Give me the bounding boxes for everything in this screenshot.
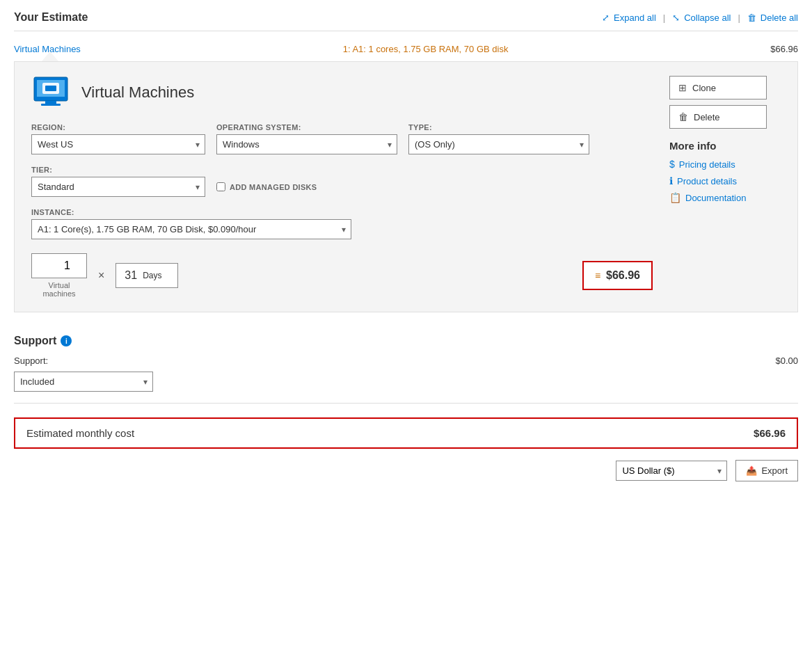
- form-row-1: REGION: West US East US OPERATING SYSTEM…: [31, 123, 653, 154]
- pricing-details-label: Pricing details: [679, 159, 735, 170]
- page-header: Your Estimate ⤢ Expand all | ⤡ Collapse …: [14, 11, 798, 31]
- support-row: Support: Included Developer Standard $0.…: [14, 356, 798, 392]
- delete-icon: 🗑: [747, 13, 756, 23]
- product-details-link[interactable]: ℹ Product details: [669, 175, 781, 186]
- form-group-os: OPERATING SYSTEM: Windows Linux: [216, 123, 397, 154]
- dollar-icon: $: [669, 159, 675, 170]
- vm-summary-price: $66.96: [770, 44, 798, 54]
- export-button[interactable]: 📤 Export: [735, 460, 798, 481]
- support-select[interactable]: Included Developer Standard: [14, 372, 153, 392]
- delete-label: Delete: [694, 112, 720, 122]
- clone-label: Clone: [692, 83, 716, 93]
- doc-icon: 📋: [669, 192, 681, 203]
- support-header: Support i: [14, 332, 798, 347]
- expand-icon: ⤢: [602, 13, 610, 23]
- managed-disks-label[interactable]: ADD MANAGED DISKS: [230, 183, 317, 191]
- collapse-icon: ⤡: [672, 13, 680, 23]
- instance-label: INSTANCE:: [31, 208, 351, 216]
- support-info-icon: i: [61, 335, 72, 346]
- expand-all-link[interactable]: Expand all: [614, 13, 656, 23]
- vm-title: Virtual Machines: [81, 83, 194, 102]
- currency-select-wrapper: US Dollar ($) Euro (€) British Pound (£)…: [616, 461, 727, 481]
- type-select-wrapper: (OS Only) SQL Server: [408, 134, 589, 154]
- days-value: 31: [125, 269, 137, 282]
- vm-sidebar: ⊞ Clone 🗑 Delete More info $ Pricing det…: [669, 76, 781, 298]
- info-icon: ℹ: [669, 175, 673, 186]
- clone-icon: ⊞: [678, 82, 687, 93]
- days-group: 31 Days Hours Months: [116, 263, 178, 288]
- equals-symbol: ≡: [595, 270, 600, 281]
- tier-select-wrapper: Standard Basic: [31, 177, 205, 197]
- svg-rect-2: [45, 101, 56, 104]
- collapse-all-link[interactable]: Collapse all: [684, 13, 731, 23]
- os-label: OPERATING SYSTEM:: [216, 123, 397, 131]
- multiply-symbol: ×: [98, 269, 104, 282]
- os-select[interactable]: Windows Linux: [216, 134, 397, 154]
- support-select-wrapper: Included Developer Standard: [14, 372, 153, 392]
- currency-select[interactable]: US Dollar ($) Euro (€) British Pound (£): [616, 461, 727, 481]
- vm-summary-row: Virtual Machines 1: A1: 1 cores, 1.75 GB…: [14, 40, 798, 61]
- managed-disks-checkbox[interactable]: [216, 182, 225, 191]
- export-label: Export: [761, 465, 788, 476]
- instance-select-wrapper: A1: 1 Core(s), 1.75 GB RAM, 70 GB Disk, …: [31, 219, 351, 239]
- instance-select[interactable]: A1: 1 Core(s), 1.75 GB RAM, 70 GB Disk, …: [31, 219, 351, 239]
- pricing-details-link[interactable]: $ Pricing details: [669, 159, 781, 170]
- product-details-label: Product details: [677, 176, 737, 186]
- footer-row: US Dollar ($) Euro (€) British Pound (£)…: [14, 460, 798, 481]
- clone-button[interactable]: ⊞ Clone: [669, 76, 767, 99]
- vm-card-inner: Virtual Machines REGION: West US East US: [31, 76, 781, 298]
- region-select-wrapper: West US East US: [31, 134, 205, 154]
- svg-rect-5: [45, 86, 56, 91]
- managed-disks-group: ADD MANAGED DISKS: [216, 182, 317, 191]
- vm-main: Virtual Machines REGION: West US East US: [31, 76, 653, 298]
- support-section: Support i Support: Included Developer St…: [14, 332, 798, 404]
- form-group-tier: TIER: Standard Basic: [31, 166, 205, 197]
- documentation-label: Documentation: [685, 193, 746, 203]
- delete-all-link[interactable]: Delete all: [761, 13, 798, 23]
- form-group-region: REGION: West US East US: [31, 123, 205, 154]
- sep1: |: [663, 13, 665, 23]
- tier-select[interactable]: Standard Basic: [31, 177, 205, 197]
- vm-icon: [31, 76, 70, 109]
- region-select[interactable]: West US East US: [31, 134, 205, 154]
- support-left: Support: Included Developer Standard: [14, 356, 153, 392]
- region-label: REGION:: [31, 123, 205, 131]
- page-title: Your Estimate: [14, 11, 88, 24]
- vm-header: Virtual Machines: [31, 76, 653, 109]
- quantity-input[interactable]: [31, 253, 87, 278]
- vm-summary-info: 1: A1: 1 cores, 1.75 GB RAM, 70 GB disk: [343, 44, 509, 54]
- documentation-link[interactable]: 📋 Documentation: [669, 192, 781, 203]
- delete-button[interactable]: 🗑 Delete: [669, 105, 767, 129]
- quantity-label: Virtualmachines: [42, 281, 75, 298]
- delete-icon: 🗑: [678, 111, 688, 122]
- triangle-pointer: [42, 51, 58, 61]
- type-select[interactable]: (OS Only) SQL Server: [408, 134, 589, 154]
- days-unit-select[interactable]: Days Hours Months: [143, 271, 180, 280]
- estimated-cost-box: Estimated monthly cost $66.96: [14, 417, 798, 449]
- vm-card-container: Virtual Machines REGION: West US East US: [14, 61, 798, 312]
- support-label: Support:: [14, 356, 153, 366]
- os-select-wrapper: Windows Linux: [216, 134, 397, 154]
- more-info-title: More info: [669, 140, 781, 152]
- svg-rect-3: [41, 104, 61, 106]
- type-label: TYPE:: [408, 123, 589, 131]
- tier-label: TIER:: [31, 166, 205, 174]
- support-title: Support: [14, 335, 56, 347]
- form-row-2: TIER: Standard Basic ADD MANAGED DISKS: [31, 166, 653, 197]
- form-group-instance: INSTANCE: A1: 1 Core(s), 1.75 GB RAM, 70…: [31, 208, 351, 239]
- estimated-price: $66.96: [754, 427, 786, 439]
- support-price: $0.00: [775, 356, 798, 366]
- calc-row: Virtualmachines × 31 Days Hours Months: [31, 253, 653, 298]
- calc-total-box: ≡ $66.96: [582, 261, 653, 290]
- estimated-label: Estimated monthly cost: [26, 427, 134, 439]
- form-row-3: INSTANCE: A1: 1 Core(s), 1.75 GB RAM, 70…: [31, 208, 653, 239]
- vm-card: Virtual Machines REGION: West US East US: [14, 61, 798, 312]
- form-group-type: TYPE: (OS Only) SQL Server: [408, 123, 589, 154]
- export-icon: 📤: [746, 465, 757, 476]
- header-actions: ⤢ Expand all | ⤡ Collapse all | 🗑 Delete…: [602, 13, 798, 23]
- total-price: $66.96: [606, 269, 640, 282]
- sep2: |: [738, 13, 740, 23]
- quantity-group: Virtualmachines: [31, 253, 87, 298]
